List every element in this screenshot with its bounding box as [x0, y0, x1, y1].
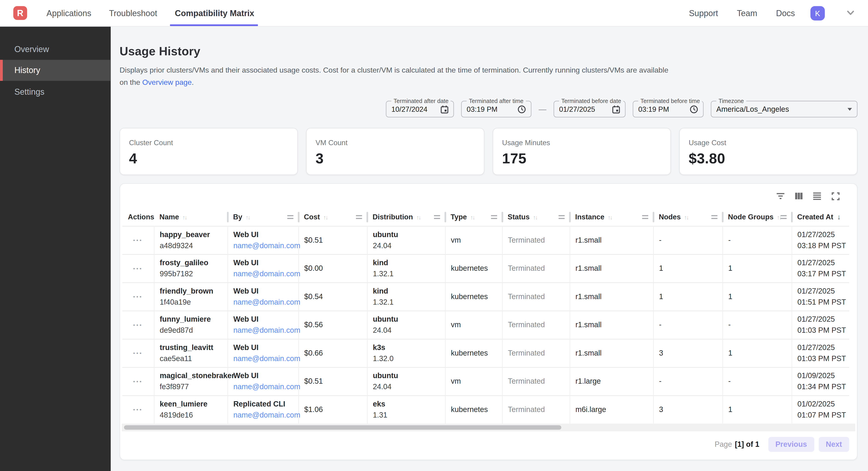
table-row: ••• trusting_leavittcae5ea11 Web UIname@… [122, 339, 849, 367]
created-by: Web UI [234, 342, 295, 353]
horizontal-scrollbar-thumb[interactable] [124, 425, 561, 430]
creator-email-link[interactable]: name@domain.com [234, 326, 300, 334]
distribution-version: 24.04 [373, 240, 441, 251]
column-label: Cost [304, 213, 320, 221]
column-menu-icon[interactable] [711, 215, 717, 219]
column-menu-icon[interactable] [287, 215, 293, 219]
terminated-before-date-input[interactable]: Terminated before date 01/27/2025 [554, 101, 625, 117]
created-date: 01/09/2025 [798, 370, 846, 381]
app-window: R Applications Troubleshoot Compatibilit… [0, 0, 868, 471]
clock-icon[interactable] [518, 105, 526, 113]
sort-icon: ↑↓ [470, 214, 474, 220]
columns-icon[interactable] [794, 191, 804, 201]
previous-page-button[interactable]: Previous [768, 437, 814, 452]
overview-page-link[interactable]: Overview page [142, 78, 192, 86]
nav-item-compatibility-matrix[interactable]: Compatibility Matrix [175, 0, 254, 26]
terminated-before-time-label: Terminated before time [638, 97, 702, 105]
status-cell: Terminated [502, 311, 570, 339]
creator-email-link[interactable]: name@domain.com [234, 411, 300, 419]
column-header-nodes[interactable]: Nodes↑↓ [653, 208, 722, 226]
column-menu-icon[interactable] [491, 215, 497, 219]
card-label: Usage Cost [688, 139, 848, 147]
table-footer: Page [1] of 1 Previous Next [120, 431, 857, 452]
created-date: 01/27/2025 [798, 314, 846, 325]
density-icon[interactable] [812, 191, 822, 201]
cluster-id: cae5ea11 [160, 353, 224, 364]
terminated-after-date-input[interactable]: Terminated after date 10/27/2024 [386, 101, 454, 117]
column-menu-icon[interactable] [642, 215, 648, 219]
row-actions-button[interactable]: ••• [133, 404, 143, 415]
sidebar-item-history[interactable]: History [0, 59, 111, 81]
instance-cell: r1.small [570, 311, 653, 339]
column-header-node-groups[interactable]: Node Groups↑↓ [722, 208, 792, 226]
column-header-distribution[interactable]: Distribution↑↓ [367, 208, 445, 226]
created-date: 01/02/2025 [798, 399, 846, 410]
creator-email-link[interactable]: name@domain.com [234, 241, 300, 249]
table-row: ••• friendly_brown1f40a19e Web UIname@do… [122, 283, 849, 311]
calendar-icon[interactable] [441, 105, 448, 113]
nav-item-support[interactable]: Support [689, 8, 718, 18]
timezone-select[interactable]: Timezone America/Los_Angeles [711, 101, 858, 117]
column-header-cost[interactable]: Cost↑↓ [298, 208, 367, 226]
creator-email-link[interactable]: name@domain.com [234, 269, 300, 278]
terminated-before-time-input[interactable]: Terminated before time 03:19 PM [633, 101, 704, 117]
sidebar-item-overview[interactable]: Overview [0, 38, 111, 60]
next-page-button[interactable]: Next [818, 437, 849, 452]
row-actions-button[interactable]: ••• [133, 376, 143, 387]
nav-item-troubleshoot[interactable]: Troubleshoot [109, 0, 157, 26]
page-label: Page [715, 440, 732, 448]
terminated-after-date-label: Terminated after date [392, 97, 451, 105]
replicated-logo[interactable]: R [13, 6, 27, 20]
column-menu-icon[interactable] [780, 215, 786, 219]
column-header-instance[interactable]: Instance↑↓ [570, 208, 653, 226]
nodes-cell: 3 [653, 395, 722, 424]
row-actions-button[interactable]: ••• [133, 320, 143, 331]
user-avatar[interactable]: K [810, 6, 825, 20]
column-menu-icon[interactable] [434, 215, 440, 219]
row-actions-button[interactable]: ••• [133, 263, 143, 274]
distribution-name: ubuntu [373, 229, 441, 240]
sidebar-item-settings[interactable]: Settings [0, 81, 111, 102]
column-label: Node Groups [728, 213, 774, 221]
creator-email-link[interactable]: name@domain.com [234, 382, 300, 390]
column-header-name[interactable]: Name↑↓ [154, 208, 227, 226]
created-time: 01:07 PM PST [798, 410, 846, 421]
instance-cell: r1.small [570, 339, 653, 367]
card-value: 175 [502, 150, 661, 167]
nav-item-docs[interactable]: Docs [776, 8, 795, 18]
column-menu-icon[interactable] [356, 215, 362, 219]
distribution-version: 24.04 [373, 381, 441, 392]
clock-icon[interactable] [690, 105, 698, 113]
account-menu-chevron[interactable] [847, 10, 854, 16]
column-label: Distribution [372, 213, 413, 221]
fullscreen-icon[interactable] [831, 191, 840, 201]
cluster-id: 4819de16 [160, 410, 224, 421]
timezone-label: Timezone [716, 97, 746, 105]
nodes-cell: 3 [653, 339, 722, 367]
usage-minutes-card: Usage Minutes 175 [493, 128, 671, 175]
row-actions-button[interactable]: ••• [133, 291, 143, 302]
created-time: 03:18 PM PST [798, 240, 846, 251]
column-menu-icon[interactable] [559, 215, 565, 219]
distribution-version: 24.04 [373, 325, 441, 336]
creator-email-link[interactable]: name@domain.com [234, 354, 300, 362]
created-date: 01/27/2025 [798, 229, 846, 240]
cluster-id: 1f40a19e [160, 297, 224, 307]
row-actions-button[interactable]: ••• [133, 348, 143, 359]
row-actions-button[interactable]: ••• [133, 235, 143, 246]
creator-email-link[interactable]: name@domain.com [234, 298, 300, 306]
column-header-created-at[interactable]: Created At↓ [792, 208, 849, 226]
column-header-status[interactable]: Status↑↓ [502, 208, 570, 226]
terminated-after-time-input[interactable]: Terminated after time 03:19 PM [461, 101, 531, 117]
sort-icon: ↑↓ [533, 214, 537, 220]
status-cell: Terminated [502, 254, 570, 283]
terminated-after-time-value: 03:19 PM [467, 105, 498, 113]
column-header-by[interactable]: By↑↓ [227, 208, 299, 226]
timezone-value: America/Los_Angeles [716, 105, 789, 113]
nav-item-applications[interactable]: Applications [46, 0, 91, 26]
card-label: Usage Minutes [502, 139, 661, 147]
calendar-icon[interactable] [612, 105, 620, 113]
filter-icon[interactable] [776, 191, 785, 201]
nav-item-team[interactable]: Team [737, 8, 757, 18]
column-header-type[interactable]: Type↑↓ [445, 208, 502, 226]
